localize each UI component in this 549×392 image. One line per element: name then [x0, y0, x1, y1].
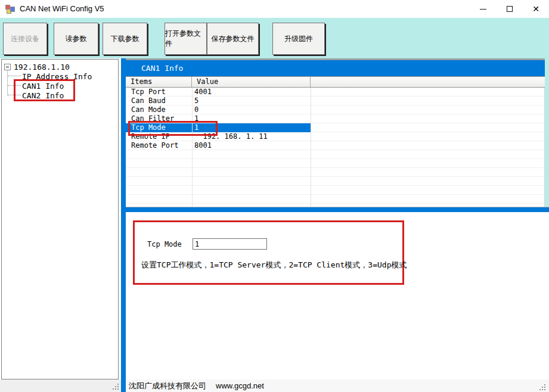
- minimize-icon: [480, 9, 486, 10]
- open-param-file-button[interactable]: 打开参数文件: [165, 23, 207, 55]
- upgrade-firmware-button[interactable]: 升级固件: [272, 23, 325, 55]
- column-divider: [311, 88, 311, 207]
- column-divider: [192, 88, 193, 207]
- tcp-mode-label: Tcp Mode: [147, 240, 182, 248]
- column-header-value[interactable]: Value: [192, 77, 311, 87]
- horizontal-splitter[interactable]: [126, 207, 549, 212]
- table-row[interactable]: Remote IP 192. 168. 1. 11: [126, 132, 544, 141]
- connect-device-button[interactable]: 连接设备: [3, 23, 47, 55]
- editor-panel: Tcp Mode 设置TCP工作模式，1=TCP Server模式，2=TCP …: [126, 212, 549, 379]
- title-bar: CAN Net WiFi Config V5 ✕: [0, 0, 549, 18]
- statusbar: 沈阳广成科技有限公司 www.gcgd.net: [126, 379, 549, 392]
- status-website: www.gcgd.net: [216, 381, 264, 390]
- minimize-button[interactable]: [470, 0, 496, 18]
- maximize-icon: [507, 6, 513, 12]
- toolbar: 连接设备 读参数 下载参数 打开参数文件 保存参数文件 升级固件 GCAN-21…: [0, 18, 549, 58]
- tcp-mode-description: 设置TCP工作模式，1=TCP Server模式，2=TCP Client模式，…: [141, 260, 407, 270]
- table-row-selected[interactable]: Tcp Mode 1: [126, 123, 311, 132]
- download-params-button[interactable]: 下载参数: [103, 23, 147, 55]
- tree-collapse-icon[interactable]: [4, 64, 11, 70]
- status-company: 沈阳广成科技有限公司: [129, 381, 206, 391]
- annotation-box-editor: [133, 220, 404, 285]
- table-row[interactable]: Can Filter 1: [126, 114, 544, 123]
- save-param-file-button[interactable]: 保存参数文件: [207, 23, 259, 55]
- maximize-button[interactable]: [497, 0, 523, 18]
- table-row[interactable]: Remote Port 8001: [126, 141, 544, 150]
- table-row[interactable]: Can Mode 0: [126, 105, 544, 114]
- tree-root-row[interactable]: 192.168.1.10: [4, 62, 70, 71]
- resize-grip-icon[interactable]: [112, 383, 119, 390]
- column-header-empty[interactable]: [311, 77, 545, 87]
- vertical-splitter[interactable]: [121, 58, 126, 392]
- tree-item-can1-info[interactable]: CAN1 Info: [8, 81, 64, 91]
- column-header-items[interactable]: Items: [126, 77, 192, 87]
- table-row[interactable]: Can Baud 5: [126, 97, 544, 105]
- app-icon: [5, 4, 15, 14]
- tree-item-ip-address-info[interactable]: IP Address Info: [8, 71, 92, 81]
- parameters-table: Tcp Port 4001 Can Baud 5 Can Mode 0 Can …: [126, 88, 545, 207]
- table-header-row: Items Value: [126, 76, 545, 88]
- tree-root-label[interactable]: 192.168.1.10: [14, 63, 70, 71]
- tree-item-can2-info[interactable]: CAN2 Info: [8, 91, 64, 100]
- statusbar-left: [0, 379, 121, 392]
- device-tree-panel: 192.168.1.10 IP Address Info CAN1 Info C…: [1, 59, 119, 379]
- table-row[interactable]: Tcp Port 4001: [126, 88, 544, 97]
- read-params-button[interactable]: 读参数: [54, 23, 98, 55]
- tcp-mode-input[interactable]: [193, 238, 267, 250]
- window-title: CAN Net WiFi Config V5: [20, 0, 104, 18]
- close-button[interactable]: ✕: [523, 0, 549, 18]
- right-edge-strip: [545, 58, 549, 207]
- resize-grip-icon[interactable]: [539, 384, 546, 391]
- panel-header: CAN1 Info: [126, 60, 545, 76]
